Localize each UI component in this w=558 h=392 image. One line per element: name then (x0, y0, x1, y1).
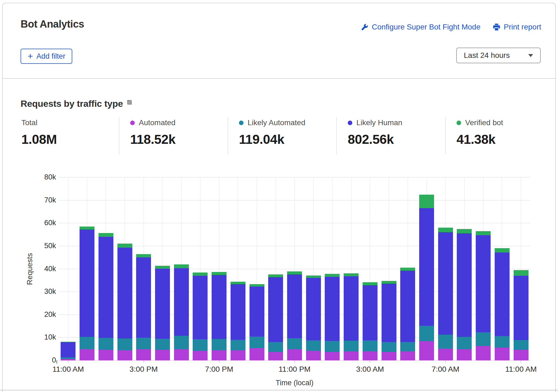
bar-segment-likely-human (212, 275, 227, 339)
wrench-icon (360, 23, 369, 31)
bar-segment-automated (363, 351, 378, 360)
bar-stack-hour-13[interactable] (306, 275, 321, 360)
bar-stack-hour-2[interactable] (99, 233, 113, 360)
bar-segment-verified-bot (400, 268, 415, 271)
header-links: Configure Super Bot Fight Mode Print rep… (360, 23, 541, 31)
bar-stack-hour-6[interactable] (174, 264, 189, 360)
bar-segment-automated (268, 352, 283, 360)
bar-segment-automated (231, 350, 245, 360)
bar-segment-automated (174, 349, 189, 360)
bar-segment-verified-bot (268, 274, 283, 277)
stat-label: Likely Automated (248, 118, 305, 127)
bar-segment-likely-human (80, 230, 94, 337)
bar-segment-likely-automated (155, 339, 170, 350)
gridline-y-80k (59, 177, 530, 178)
bar-segment-likely-automated (174, 336, 189, 349)
legend-dot-verified-bot (457, 121, 461, 125)
bar-segment-automated (306, 351, 321, 360)
plus-icon: + (28, 51, 33, 61)
bar-segment-likely-automated (514, 340, 529, 350)
bar-stack-hour-12[interactable] (287, 271, 302, 360)
bar-segment-likely-automated (344, 341, 359, 351)
bar-stack-hour-9[interactable] (231, 282, 245, 360)
x-axis-label-5: 7:00 AM (416, 365, 475, 374)
add-filter-button[interactable]: + Add filter (21, 49, 72, 64)
bar-segment-verified-bot (250, 284, 264, 286)
bar-segment-verified-bot (363, 282, 378, 285)
bar-stack-hour-17[interactable] (382, 281, 396, 360)
bar-segment-verified-bot (155, 266, 170, 269)
print-report-link[interactable]: Print report (493, 23, 541, 31)
bar-segment-verified-bot (495, 248, 510, 252)
bar-segment-likely-human (306, 278, 321, 340)
bar-segment-likely-human (419, 208, 434, 326)
bar-segment-likely-human (268, 277, 283, 342)
bar-segment-verified-bot (514, 270, 529, 276)
bar-stack-hour-1[interactable] (80, 227, 94, 360)
gridline-y-60k (59, 223, 530, 223)
bar-stack-hour-23[interactable] (495, 248, 510, 360)
configure-super-bot-fight-mode-link[interactable]: Configure Super Bot Fight Mode (360, 23, 481, 31)
bar-stack-hour-4[interactable] (136, 254, 151, 360)
bar-stack-hour-3[interactable] (117, 244, 132, 360)
stat-label-row: Automated (130, 118, 228, 127)
bar-stack-hour-19[interactable] (419, 195, 434, 360)
bar-segment-likely-human (514, 276, 529, 340)
stat-total[interactable]: Total1.08M (15, 117, 119, 154)
bar-segment-likely-human (117, 248, 132, 338)
bar-stack-hour-21[interactable] (457, 229, 472, 360)
y-axis-label-80k: 80k (26, 173, 56, 181)
bar-stack-hour-0[interactable] (61, 342, 76, 360)
stat-likely-human[interactable]: Likely Human802.56k (336, 117, 445, 154)
bar-segment-likely-human (438, 232, 453, 335)
bar-stack-hour-16[interactable] (363, 282, 378, 360)
stat-automated[interactable]: Automated118.52k (119, 117, 228, 154)
bar-segment-likely-automated (268, 342, 283, 352)
page-title: Bot Analytics (21, 18, 84, 30)
time-range-value: Last 24 hours (464, 51, 510, 60)
bar-stack-hour-18[interactable] (400, 268, 415, 360)
bar-segment-likely-automated (325, 341, 340, 352)
bar-stack-hour-5[interactable] (155, 266, 170, 360)
bar-stack-hour-22[interactable] (476, 231, 491, 360)
bar-stack-hour-8[interactable] (212, 272, 227, 360)
bar-segment-automated (155, 350, 170, 360)
bar-stack-hour-10[interactable] (250, 284, 264, 360)
y-axis-label-60k: 60k (26, 219, 56, 227)
x-axis-label-4: 3:00 AM (340, 365, 400, 374)
header-divider (2, 78, 556, 79)
y-axis-title: Requests (25, 250, 34, 288)
bar-stack-hour-11[interactable] (268, 274, 283, 360)
stat-label-row: Total (21, 118, 119, 127)
bar-segment-automated (117, 350, 132, 360)
bar-segment-automated (287, 349, 302, 360)
x-axis-label-1: 3:00 PM (114, 365, 173, 374)
bar-segment-likely-human (250, 287, 264, 337)
bar-stack-hour-24[interactable] (514, 270, 529, 360)
bar-segment-likely-human (344, 276, 359, 341)
bar-segment-automated (438, 348, 453, 360)
add-filter-label: Add filter (37, 52, 65, 61)
legend-dot-likely-automated (239, 121, 244, 125)
stat-verified-bot[interactable]: Verified bot41.38k (445, 117, 554, 154)
bar-stack-hour-14[interactable] (325, 274, 340, 360)
time-range-select[interactable]: Last 24 hours (456, 48, 541, 63)
bar-segment-likely-human (495, 253, 510, 336)
bar-stack-hour-15[interactable] (344, 273, 359, 360)
bar-segment-automated (382, 352, 396, 360)
bar-stack-hour-7[interactable] (193, 273, 208, 360)
bar-segment-likely-automated (136, 338, 151, 349)
stat-value: 41.38k (457, 132, 554, 147)
bar-segment-verified-bot (457, 229, 472, 233)
bar-segment-likely-human (363, 285, 378, 341)
x-axis-label-0: 11:00 AM (38, 365, 98, 374)
stat-likely-automated[interactable]: Likely Automated119.04k (228, 117, 336, 154)
stat-label: Automated (139, 118, 175, 127)
y-axis-label-0: 0 (26, 356, 56, 364)
x-axis-label-2: 7:00 PM (189, 365, 249, 374)
stat-value: 119.04k (239, 132, 336, 147)
bar-stack-hour-20[interactable] (438, 228, 453, 360)
bar-segment-likely-automated (476, 332, 491, 346)
x-tick-6 (521, 360, 521, 363)
bar-segment-automated (99, 350, 113, 360)
